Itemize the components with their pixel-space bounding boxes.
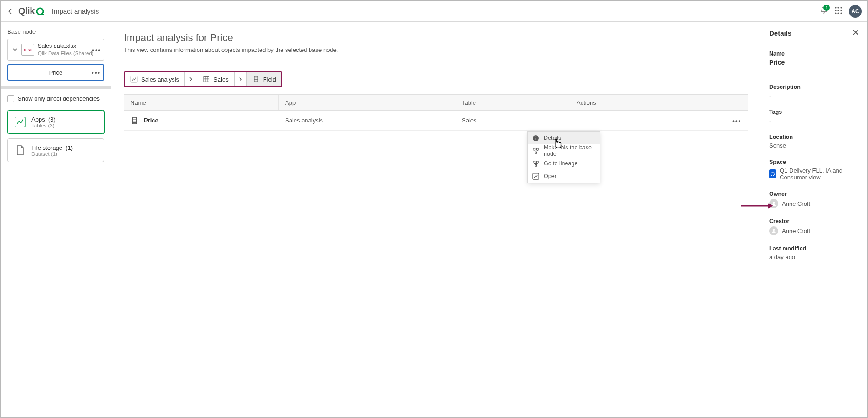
ctx-item-make-base[interactable]: Make this the base node <box>528 144 600 157</box>
svg-point-9 <box>840 12 842 14</box>
detail-value-name: Price <box>769 59 859 66</box>
column-header-actions: Actions <box>570 95 748 110</box>
svg-point-5 <box>837 10 839 11</box>
column-header-name[interactable]: Name <box>124 95 279 110</box>
field-icon <box>252 76 260 83</box>
ctx-label: Go to lineage <box>544 160 577 167</box>
divider <box>769 76 859 76</box>
svg-rect-23 <box>535 164 537 166</box>
chart-app-icon <box>532 173 539 180</box>
logo[interactable]: Qlik <box>18 6 45 16</box>
row-table: Sales <box>455 117 570 124</box>
svg-rect-18 <box>533 148 535 150</box>
detail-value-space: Q1 Delivery FLL, IA and Consumer view <box>780 167 859 181</box>
back-button[interactable] <box>6 7 15 15</box>
svg-rect-19 <box>536 148 538 150</box>
filter-apps-title: Apps <box>31 116 45 123</box>
direct-deps-checkbox[interactable]: Show only direct dependencies <box>7 95 104 102</box>
base-node-label: Base node <box>7 28 104 35</box>
field-name: Price <box>49 69 63 76</box>
row-name: Price <box>144 117 158 124</box>
svg-rect-20 <box>535 152 537 153</box>
column-header-table[interactable]: Table <box>455 95 570 110</box>
row-app: Sales analysis <box>279 117 455 124</box>
detail-value-tags: - <box>769 117 859 124</box>
logo-text: Qlik <box>18 6 35 16</box>
svg-point-2 <box>837 7 839 8</box>
svg-point-1 <box>835 7 836 8</box>
selected-field-chip[interactable]: Price ••• <box>7 64 104 81</box>
breadcrumb-sales-analysis[interactable]: Sales analysis <box>125 72 185 86</box>
breadcrumb-label: Field <box>263 76 276 83</box>
table-row[interactable]: Price Sales analysis Sales ••• <box>124 111 748 131</box>
svg-point-27 <box>771 172 775 176</box>
page-title: Impact analysis <box>52 7 99 15</box>
detail-label-name: Name <box>769 51 859 57</box>
filter-file-storage[interactable]: File storage (1) Dataset (1) <box>7 138 104 162</box>
expand-toggle[interactable] <box>12 47 18 52</box>
detail-label-location: Location <box>769 134 859 140</box>
svg-point-7 <box>835 12 836 14</box>
breadcrumb-sales[interactable]: Sales <box>197 72 235 86</box>
row-actions-button[interactable]: ••• <box>732 117 741 124</box>
svg-rect-22 <box>536 161 538 163</box>
topbar: Qlik Impact analysis 1 AC <box>1 1 867 22</box>
svg-point-4 <box>835 10 836 11</box>
filter-file-sub: Dataset (1) <box>31 151 73 157</box>
details-panel: Details Name Price Description - Tags - … <box>761 22 867 417</box>
detail-label-creator: Creator <box>769 218 859 224</box>
ctx-item-open[interactable]: Open <box>528 170 600 183</box>
detail-value-owner: Anne Croft <box>782 200 810 207</box>
breadcrumb-label: Sales analysis <box>141 76 179 83</box>
logo-swoosh-icon <box>36 7 45 16</box>
details-title: Details <box>769 29 791 37</box>
center-pane: Impact analysis for Price This view cont… <box>111 22 761 417</box>
ctx-item-details[interactable]: Details <box>528 132 600 144</box>
ctx-item-lineage[interactable]: Go to lineage <box>528 157 600 170</box>
person-icon <box>769 226 778 235</box>
base-node-card[interactable]: XLSX Sales data.xlsx Qlik Data Files (Sh… <box>7 39 104 61</box>
results-table: Name App Table Actions Price Sales analy… <box>124 94 748 131</box>
detail-label-description: Description <box>769 84 859 90</box>
context-menu: Details Make this the base node Go to li… <box>527 131 600 183</box>
chevron-right-icon <box>235 72 247 86</box>
filter-apps-count: (3) <box>48 116 56 123</box>
ctx-label: Make this the base node <box>544 144 595 157</box>
app-launcher-button[interactable] <box>834 6 842 16</box>
detail-value-lastmod: a day ago <box>769 254 859 260</box>
detail-value-creator: Anne Croft <box>782 228 810 234</box>
filter-apps-sub: Tables (3) <box>31 123 56 128</box>
svg-point-3 <box>840 7 842 8</box>
svg-marker-26 <box>768 203 773 209</box>
detail-label-lastmod: Last modified <box>769 245 859 252</box>
file-icon <box>15 145 26 156</box>
svg-point-6 <box>840 10 842 11</box>
close-button[interactable] <box>853 29 859 37</box>
info-icon <box>532 135 539 142</box>
svg-point-17 <box>536 136 536 137</box>
node-title: Sales data.xlsx <box>38 43 94 50</box>
detail-value-location: Sense <box>769 142 859 149</box>
xlsx-icon: XLSX <box>21 44 34 56</box>
user-avatar[interactable]: AC <box>849 5 862 18</box>
chart-app-icon <box>130 76 138 83</box>
field-icon <box>130 117 138 125</box>
field-more-button[interactable]: ••• <box>92 69 101 76</box>
sidebar: Base node XLSX Sales data.xlsx Qlik Data… <box>1 22 111 417</box>
node-more-button[interactable]: ••• <box>92 46 101 53</box>
column-header-app[interactable]: App <box>279 95 455 110</box>
breadcrumb-field[interactable]: Field <box>247 72 281 86</box>
filter-file-count: (1) <box>66 144 73 151</box>
lineage-icon <box>532 160 539 167</box>
direct-deps-label: Show only direct dependencies <box>18 95 100 102</box>
chevron-right-icon <box>185 72 197 86</box>
lineage-icon <box>532 148 539 154</box>
space-icon <box>769 169 776 178</box>
svg-point-29 <box>773 229 775 231</box>
notifications-button[interactable]: 1 <box>820 6 828 16</box>
svg-point-8 <box>837 12 839 14</box>
notification-badge: 1 <box>823 5 830 11</box>
detail-label-space: Space <box>769 159 859 165</box>
detail-value-description: - <box>769 92 859 99</box>
filter-apps[interactable]: Apps (3) Tables (3) <box>7 110 104 134</box>
